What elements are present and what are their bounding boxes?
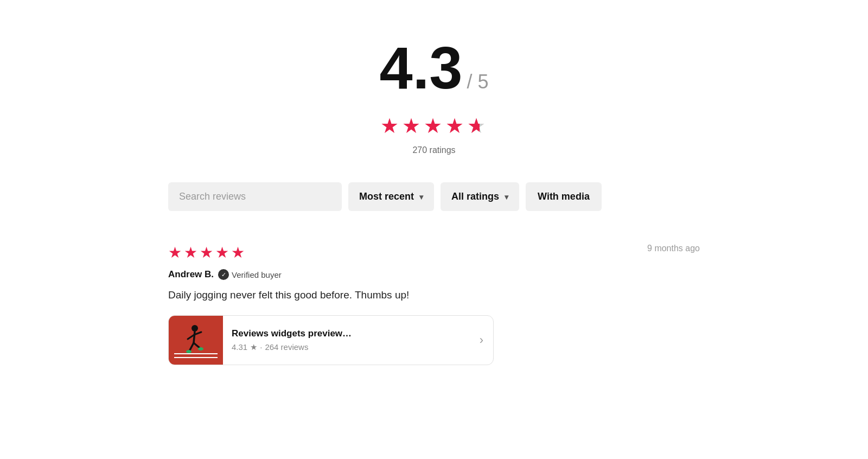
verified-icon: ✓ bbox=[218, 269, 229, 280]
review-text: Daily jogging never felt this good befor… bbox=[168, 288, 700, 303]
author-name: Andrew B. bbox=[168, 269, 214, 280]
preview-card-title: Reviews widgets preview… bbox=[232, 328, 461, 339]
verified-label: Verified buyer bbox=[232, 270, 282, 279]
star-3: ★ bbox=[424, 114, 442, 138]
review-star-1: ★ bbox=[168, 244, 182, 262]
main-container: 4.3 / 5 ★ ★ ★ ★ ★ ★ 270 ratings Most rec… bbox=[136, 0, 732, 398]
svg-point-3 bbox=[192, 325, 198, 331]
preview-card-content: Reviews widgets preview… 4.31 ★ · 264 re… bbox=[223, 321, 470, 360]
review-author: Andrew B. ✓ Verified buyer bbox=[168, 269, 700, 280]
preview-card[interactable]: Reviews widgets preview… 4.31 ★ · 264 re… bbox=[168, 315, 494, 365]
runner-image-svg bbox=[174, 318, 218, 362]
stars-display: ★ ★ ★ ★ ★ ★ bbox=[380, 114, 488, 138]
review-star-2: ★ bbox=[184, 244, 197, 262]
ratings-dropdown[interactable]: All ratings ▾ bbox=[441, 182, 519, 211]
svg-point-10 bbox=[198, 347, 203, 350]
review-star-3: ★ bbox=[200, 244, 213, 262]
preview-card-chevron-icon: › bbox=[470, 333, 493, 347]
preview-card-rating: 4.31 bbox=[232, 342, 247, 352]
star-5-half: ★ ★ bbox=[467, 114, 488, 138]
review-star-4: ★ bbox=[215, 244, 229, 262]
star-1: ★ bbox=[380, 114, 399, 138]
review-item: ★ ★ ★ ★ ★ 9 months ago Andrew B. ✓ Verif… bbox=[168, 233, 700, 376]
star-4: ★ bbox=[445, 114, 464, 138]
preview-card-reviews-count: 264 reviews bbox=[265, 342, 308, 352]
review-time: 9 months ago bbox=[647, 244, 700, 253]
sort-label: Most recent bbox=[359, 191, 414, 202]
ratings-label: All ratings bbox=[451, 191, 499, 202]
preview-card-star-icon: ★ bbox=[250, 342, 257, 352]
review-header: ★ ★ ★ ★ ★ 9 months ago bbox=[168, 244, 700, 262]
verified-badge: ✓ Verified buyer bbox=[218, 269, 282, 280]
media-filter-button[interactable]: With media bbox=[526, 182, 602, 211]
preview-card-dot: · bbox=[260, 342, 262, 352]
sort-chevron-icon: ▾ bbox=[419, 193, 423, 201]
star-2: ★ bbox=[402, 114, 420, 138]
sort-dropdown[interactable]: Most recent ▾ bbox=[348, 182, 434, 211]
preview-card-meta: 4.31 ★ · 264 reviews bbox=[232, 342, 461, 352]
svg-line-4 bbox=[194, 331, 195, 343]
svg-point-9 bbox=[186, 350, 192, 353]
rating-out-of: / 5 bbox=[467, 71, 488, 93]
preview-card-image bbox=[169, 316, 223, 365]
ratings-count: 270 ratings bbox=[412, 145, 455, 155]
ratings-chevron-icon: ▾ bbox=[505, 193, 508, 201]
search-input[interactable] bbox=[168, 182, 342, 211]
rating-summary: 4.3 / 5 ★ ★ ★ ★ ★ ★ 270 ratings bbox=[168, 22, 700, 182]
svg-rect-0 bbox=[174, 318, 218, 362]
review-star-5: ★ bbox=[231, 244, 245, 262]
review-stars: ★ ★ ★ ★ ★ bbox=[168, 244, 245, 262]
filter-bar: Most recent ▾ All ratings ▾ With media bbox=[168, 182, 700, 211]
rating-score-row: 4.3 / 5 bbox=[380, 38, 489, 98]
rating-score: 4.3 bbox=[380, 38, 463, 98]
